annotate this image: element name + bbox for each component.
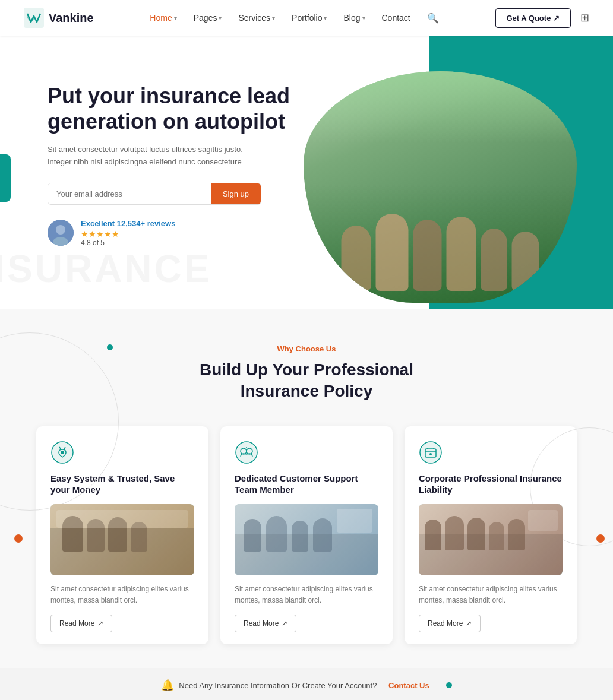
- contact-us-link[interactable]: Contact Us: [388, 681, 429, 690]
- arrow-icon: ↗: [466, 619, 472, 628]
- insurance-watermark: INSURANCE: [0, 247, 211, 291]
- arrow-icon: ↗: [282, 619, 287, 628]
- nav-contact[interactable]: Contact: [382, 13, 410, 23]
- nav-pages[interactable]: Pages ▾: [194, 13, 222, 23]
- brand-logo[interactable]: Vankine: [24, 8, 94, 28]
- card-2-image: [235, 504, 378, 575]
- card-3-desc: Sit amet consectetur adipiscing elites v…: [419, 584, 563, 606]
- svg-point-2: [56, 225, 65, 235]
- nav-services[interactable]: Services ▾: [238, 13, 275, 23]
- nav-blog[interactable]: Blog ▾: [343, 13, 365, 23]
- why-section: Why Choose Us Build Up Your Professional…: [0, 309, 613, 668]
- avatar: [48, 220, 74, 246]
- svg-rect-0: [24, 8, 44, 28]
- svg-point-5: [61, 451, 64, 454]
- chevron-down-icon: ▾: [362, 15, 365, 21]
- cards-row: Easy System & Trusted, Save your Money S…: [36, 426, 577, 644]
- review-info: Excellent 12,534+ reviews ★★★★★ 4.8 of 5: [81, 219, 175, 247]
- grid-icon-button[interactable]: ⊞: [580, 11, 589, 24]
- arrow-icon: ↗: [97, 619, 103, 628]
- get-quote-button[interactable]: Get A Quote ↗: [495, 8, 571, 28]
- card-3-title: Corporate Professional Insurance Liabili…: [419, 473, 563, 496]
- star-rating: ★★★★★: [81, 229, 175, 239]
- review-text: Excellent 12,534+ reviews: [81, 219, 175, 228]
- dot-orange-1: [14, 534, 23, 543]
- card-2-desc: Sit amet consectetur adipiscing elites v…: [235, 584, 378, 606]
- card-2-title: Dedicated Customer Support Team Member: [235, 473, 378, 496]
- nav-right: Get A Quote ↗ ⊞: [495, 8, 589, 28]
- navbar: Vankine Home ▾ Pages ▾ Services ▾ Portfo…: [0, 0, 613, 36]
- info-banner: 🔔 Need Any Insurance Information Or Crea…: [0, 668, 613, 700]
- chevron-down-icon: ▾: [272, 15, 275, 21]
- nav-links: Home ▾ Pages ▾ Services ▾ Portfolio ▾ Bl…: [150, 12, 438, 24]
- card-3-icon: [419, 441, 563, 467]
- nav-portfolio[interactable]: Portfolio ▾: [292, 13, 327, 23]
- review-row: Excellent 12,534+ reviews ★★★★★ 4.8 of 5: [48, 219, 297, 247]
- email-input[interactable]: [48, 183, 211, 204]
- chevron-down-icon: ▾: [324, 15, 327, 21]
- banner-text: Need Any Insurance Information Or Create…: [179, 681, 377, 690]
- dot-teal-1: [107, 344, 113, 350]
- card-2-icon: [235, 441, 378, 467]
- card-2-read-more[interactable]: Read More ↗: [235, 615, 296, 632]
- hero-right: [297, 71, 589, 303]
- hero-left: Put your insurance lead generation on au…: [48, 71, 297, 247]
- email-form: Sign up: [48, 183, 261, 205]
- signup-button[interactable]: Sign up: [211, 183, 261, 204]
- hero-subtext: Sit amet consectetur volutpat luctus ult…: [48, 144, 249, 169]
- card-1-title: Easy System & Trusted, Save your Money: [50, 473, 194, 496]
- svg-point-9: [420, 442, 441, 463]
- card-1-image: [50, 504, 194, 575]
- nav-home[interactable]: Home ▾: [150, 13, 176, 23]
- hero-section: Put your insurance lead generation on au…: [0, 36, 613, 309]
- card-1-icon: [50, 441, 194, 467]
- chevron-down-icon: ▾: [174, 15, 177, 21]
- brand-name: Vankine: [49, 11, 94, 25]
- hero-side-accent: [0, 154, 11, 202]
- hero-heading: Put your insurance lead generation on au…: [48, 83, 297, 134]
- card-1-read-more[interactable]: Read More ↗: [50, 615, 112, 632]
- card-3: Corporate Professional Insurance Liabili…: [405, 426, 577, 644]
- search-button[interactable]: 🔍: [427, 12, 439, 24]
- card-3-image: [419, 504, 563, 575]
- rating-sub: 4.8 of 5: [81, 239, 175, 247]
- dot-orange-2: [596, 534, 605, 543]
- why-title: Build Up Your Professional Insurance Pol…: [36, 359, 577, 403]
- hero-family-image: [304, 71, 577, 303]
- svg-point-11: [429, 453, 432, 455]
- card-1-desc: Sit amet consectetur adipiscing elites v…: [50, 584, 194, 606]
- card-1: Easy System & Trusted, Save your Money S…: [36, 426, 208, 644]
- card-3-read-more[interactable]: Read More ↗: [419, 615, 481, 632]
- dot-teal-banner: [446, 682, 452, 688]
- card-2: Dedicated Customer Support Team Member S…: [220, 426, 393, 644]
- why-label: Why Choose Us: [36, 344, 577, 353]
- bell-icon: 🔔: [161, 679, 174, 692]
- chevron-down-icon: ▾: [219, 15, 222, 21]
